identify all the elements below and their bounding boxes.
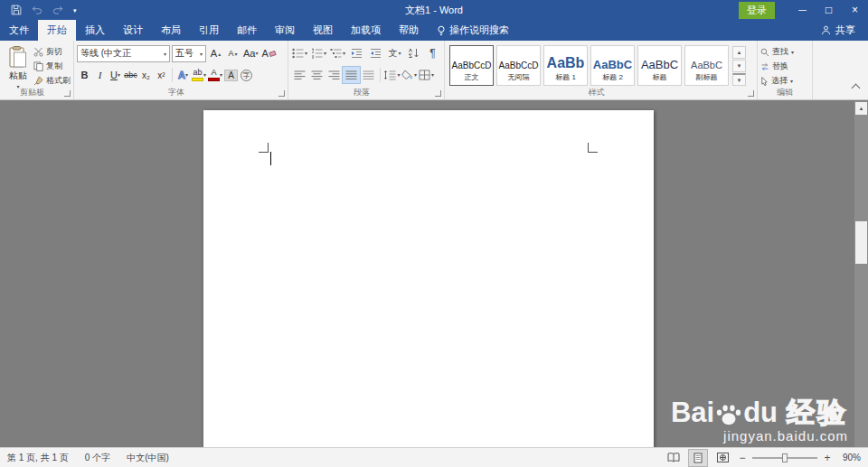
borders-button[interactable]: ▾ bbox=[418, 67, 435, 83]
customize-quick-access-icon[interactable]: ▾ bbox=[73, 7, 77, 14]
style-card-no-spacing[interactable]: AaBbCcD 无间隔 bbox=[496, 45, 541, 86]
close-button[interactable]: × bbox=[842, 0, 868, 20]
scrollbar-thumb[interactable] bbox=[855, 221, 867, 264]
clear-formatting-button[interactable]: A bbox=[260, 45, 276, 61]
tab-home[interactable]: 开始 bbox=[38, 20, 76, 41]
tab-help[interactable]: 帮助 bbox=[390, 20, 428, 41]
asian-layout-button[interactable]: 文▾ bbox=[386, 45, 403, 61]
find-label: 查找 bbox=[772, 46, 788, 58]
replace-button[interactable]: 替换 bbox=[760, 60, 809, 73]
font-name-combobox[interactable]: 等线 (中文正 ▾ bbox=[77, 45, 170, 62]
tab-design[interactable]: 设计 bbox=[114, 20, 152, 41]
zoom-level-indicator[interactable]: 90% bbox=[837, 453, 861, 462]
distribute-button[interactable] bbox=[360, 67, 377, 83]
tab-review[interactable]: 审阅 bbox=[266, 20, 304, 41]
language-indicator[interactable]: 中文(中国) bbox=[127, 452, 169, 464]
tab-tell-me[interactable]: 操作说明搜索 bbox=[428, 20, 518, 41]
enclose-character-button[interactable]: 字 bbox=[239, 67, 254, 83]
find-button[interactable]: 查找 ▾ bbox=[760, 45, 809, 59]
word-count-indicator[interactable]: 0 个字 bbox=[85, 452, 110, 464]
sort-button[interactable] bbox=[405, 45, 422, 61]
strikethrough-button[interactable]: abc bbox=[123, 67, 138, 83]
style-card-normal[interactable]: AaBbCcD 正文 bbox=[449, 45, 494, 86]
tab-insert[interactable]: 插入 bbox=[76, 20, 114, 41]
align-left-button[interactable] bbox=[291, 67, 308, 83]
align-right-button[interactable] bbox=[326, 67, 343, 83]
tab-references[interactable]: 引用 bbox=[190, 20, 228, 41]
subscript-button[interactable]: x₂ bbox=[138, 67, 154, 83]
format-painter-button[interactable]: 格式刷 bbox=[33, 75, 71, 87]
text-effects-button[interactable]: A▾ bbox=[175, 67, 191, 83]
zoom-out-button[interactable]: − bbox=[738, 452, 747, 464]
increase-indent-button[interactable] bbox=[367, 45, 384, 61]
grow-font-button[interactable]: A▴ bbox=[208, 45, 223, 61]
minimize-button[interactable]: ─ bbox=[789, 0, 816, 20]
style-gallery-down-icon[interactable]: ▼ bbox=[732, 60, 746, 72]
change-case-button[interactable]: Aa▾ bbox=[242, 45, 259, 61]
vertical-scrollbar[interactable]: ▲ bbox=[854, 101, 868, 447]
tab-mailings[interactable]: 邮件 bbox=[228, 20, 266, 41]
align-center-icon bbox=[311, 70, 323, 80]
italic-button[interactable]: I bbox=[92, 67, 108, 83]
font-dialog-launcher-icon[interactable] bbox=[278, 90, 285, 97]
replace-label: 替换 bbox=[772, 61, 788, 72]
redo-icon[interactable] bbox=[52, 5, 63, 14]
shrink-font-button[interactable]: A▾ bbox=[225, 45, 241, 61]
style-gallery-up-icon[interactable]: ▲ bbox=[732, 46, 746, 59]
tab-addins[interactable]: 加载项 bbox=[342, 20, 390, 41]
superscript-button[interactable]: x² bbox=[154, 67, 169, 83]
justify-button[interactable] bbox=[343, 67, 360, 83]
font-color-button[interactable]: A▾ bbox=[207, 67, 223, 83]
show-marks-button[interactable]: ¶ bbox=[424, 45, 441, 61]
style-name: 标题 bbox=[653, 72, 667, 82]
clipboard-dialog-launcher-icon[interactable] bbox=[64, 90, 71, 97]
style-gallery-more-icon[interactable]: ▼ bbox=[732, 73, 746, 86]
shading-button[interactable]: ▾ bbox=[401, 67, 418, 83]
text-boundary-mark-top-left bbox=[259, 143, 269, 153]
caret-down-icon: ▾ bbox=[398, 51, 401, 56]
zoom-slider[interactable] bbox=[752, 457, 817, 459]
copy-button[interactable]: 复制 bbox=[33, 61, 71, 72]
line-spacing-button[interactable]: ▾ bbox=[383, 67, 401, 83]
decrease-indent-button[interactable] bbox=[348, 45, 365, 61]
tab-view[interactable]: 视图 bbox=[304, 20, 342, 41]
character-shading-label: A bbox=[224, 70, 238, 81]
style-card-title[interactable]: AaBbC 标题 bbox=[637, 45, 682, 86]
tab-file[interactable]: 文件 bbox=[0, 20, 38, 41]
align-center-button[interactable] bbox=[308, 67, 326, 83]
bullets-button[interactable]: ▾ bbox=[291, 45, 308, 61]
share-button[interactable]: 共享 bbox=[808, 20, 868, 41]
maximize-button[interactable]: □ bbox=[816, 0, 842, 20]
highlight-button[interactable]: ab▾ bbox=[191, 67, 207, 83]
underline-button[interactable]: U▾ bbox=[108, 67, 123, 83]
signin-button[interactable]: 登录 bbox=[739, 2, 775, 19]
multilevel-list-icon bbox=[330, 48, 342, 59]
print-layout-button[interactable] bbox=[689, 450, 707, 466]
style-preview: AaBbCcD bbox=[452, 61, 492, 70]
save-icon[interactable] bbox=[11, 5, 22, 15]
cut-button[interactable]: 剪切 bbox=[33, 46, 71, 58]
page-number-indicator[interactable]: 第 1 页, 共 1 页 bbox=[7, 452, 69, 464]
select-button[interactable]: 选择 ▾ bbox=[760, 74, 809, 88]
style-card-heading1[interactable]: AaBb 标题 1 bbox=[543, 45, 588, 86]
styles-dialog-launcher-icon[interactable] bbox=[748, 90, 754, 97]
scroll-up-icon[interactable]: ▲ bbox=[855, 102, 867, 115]
tab-layout[interactable]: 布局 bbox=[152, 20, 190, 41]
zoom-in-button[interactable]: + bbox=[823, 452, 832, 464]
titlebar-right: 登录 ─ □ × bbox=[739, 0, 868, 20]
collapse-ribbon-icon[interactable] bbox=[852, 84, 861, 93]
numbering-button[interactable]: ▾ bbox=[310, 45, 327, 61]
style-card-subtitle[interactable]: AaBbC 副标题 bbox=[684, 45, 729, 86]
read-mode-button[interactable] bbox=[665, 450, 683, 466]
undo-icon[interactable] bbox=[32, 5, 42, 14]
paste-button[interactable]: 粘贴 ▾ bbox=[3, 43, 33, 88]
web-layout-button[interactable] bbox=[713, 450, 731, 466]
character-shading-button[interactable]: A bbox=[223, 67, 239, 83]
document-page[interactable] bbox=[203, 110, 654, 447]
multilevel-list-button[interactable]: ▾ bbox=[329, 45, 346, 61]
bold-button[interactable]: B bbox=[77, 67, 92, 83]
zoom-slider-thumb[interactable] bbox=[782, 453, 788, 462]
paragraph-dialog-launcher-icon[interactable] bbox=[435, 90, 441, 97]
font-size-combobox[interactable]: 五号 ▾ bbox=[172, 45, 206, 62]
style-card-heading2[interactable]: AaBbC 标题 2 bbox=[590, 45, 635, 86]
